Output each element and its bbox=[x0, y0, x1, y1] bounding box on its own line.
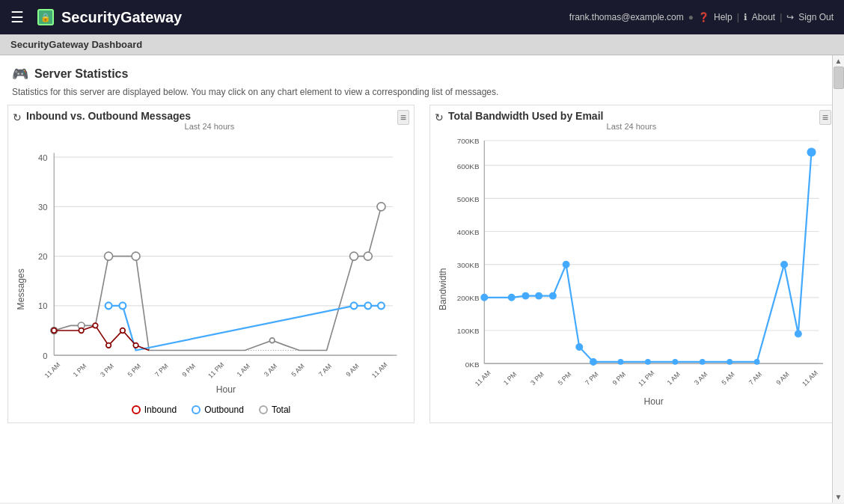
svg-text:Hour: Hour bbox=[216, 384, 236, 395]
chart2-svg: Bandwidth 0KB 100KB 200KB 300KB 400KB 5 bbox=[435, 132, 831, 413]
svg-text:11 PM: 11 PM bbox=[637, 369, 655, 388]
hamburger-icon[interactable]: ☰ bbox=[10, 8, 24, 26]
scroll-down-arrow[interactable]: ▼ bbox=[833, 491, 844, 503]
svg-point-91 bbox=[727, 360, 733, 365]
about-link[interactable]: About bbox=[752, 12, 775, 22]
svg-point-88 bbox=[646, 360, 651, 365]
help-icon: ❓ bbox=[698, 12, 709, 22]
outbound-label: Outbound bbox=[204, 405, 244, 415]
svg-point-29 bbox=[105, 252, 113, 260]
help-link[interactable]: Help bbox=[714, 12, 733, 22]
svg-point-43 bbox=[106, 343, 111, 348]
svg-text:200KB: 200KB bbox=[457, 294, 480, 302]
svg-text:11 AM: 11 AM bbox=[370, 361, 389, 380]
svg-text:1 AM: 1 AM bbox=[666, 370, 682, 386]
about-icon: ℹ bbox=[744, 12, 747, 22]
svg-text:1 PM: 1 PM bbox=[72, 362, 88, 378]
chart2-menu-icon[interactable]: ≡ bbox=[819, 110, 831, 125]
scrollbar-thumb[interactable] bbox=[834, 67, 844, 89]
svg-text:5 AM: 5 AM bbox=[720, 370, 736, 386]
svg-point-36 bbox=[119, 302, 126, 309]
chart1-wrap[interactable]: Messages 0 10 20 30 40 bbox=[13, 132, 409, 399]
svg-text:9 AM: 9 AM bbox=[774, 370, 790, 386]
svg-text:11 AM: 11 AM bbox=[474, 369, 492, 388]
total-label: Total bbox=[272, 405, 290, 415]
svg-text:7 AM: 7 AM bbox=[747, 370, 763, 386]
inbound-label: Inbound bbox=[144, 405, 177, 415]
svg-point-37 bbox=[351, 302, 358, 309]
svg-point-38 bbox=[364, 302, 371, 309]
logo-gateway: Gateway bbox=[120, 9, 182, 25]
svg-point-45 bbox=[133, 343, 138, 348]
svg-point-39 bbox=[378, 302, 385, 309]
chart1-title-text: Inbound vs. Outbound Messages Last 24 ho… bbox=[26, 110, 393, 131]
svg-point-79 bbox=[481, 294, 488, 301]
stats-icon: 🎮 bbox=[12, 66, 28, 82]
svg-text:9 PM: 9 PM bbox=[611, 370, 627, 387]
svg-text:400KB: 400KB bbox=[457, 228, 480, 236]
logo-security: Security bbox=[61, 9, 120, 25]
signout-link[interactable]: Sign Out bbox=[798, 12, 834, 22]
svg-point-44 bbox=[120, 328, 126, 334]
svg-text:9 PM: 9 PM bbox=[180, 362, 197, 378]
signout-icon: ↪ bbox=[786, 12, 794, 22]
chart2-title: Total Bandwidth Used by Email bbox=[448, 110, 815, 122]
header-right: frank.thomas@example.com ● ❓ Help | ℹ Ab… bbox=[569, 12, 834, 22]
charts-area: ↻ Inbound vs. Outbound Messages Last 24 … bbox=[0, 105, 844, 431]
svg-text:30: 30 bbox=[38, 203, 47, 212]
legend-inbound: Inbound bbox=[132, 405, 177, 415]
chart1-svg: Messages 0 10 20 30 40 bbox=[13, 132, 409, 396]
legend-outbound: Outbound bbox=[192, 405, 244, 415]
svg-text:11 PM: 11 PM bbox=[207, 361, 225, 380]
total-legend-circle bbox=[259, 405, 268, 414]
chart1-container: ↻ Inbound vs. Outbound Messages Last 24 … bbox=[7, 105, 415, 423]
svg-text:7 AM: 7 AM bbox=[317, 362, 333, 378]
svg-text:1 AM: 1 AM bbox=[235, 362, 251, 378]
svg-text:11 AM: 11 AM bbox=[43, 361, 62, 380]
svg-text:3 AM: 3 AM bbox=[263, 362, 278, 378]
svg-text:Bandwidth: Bandwidth bbox=[438, 268, 448, 310]
svg-point-93 bbox=[781, 261, 788, 268]
chart2-title-row: ↻ Total Bandwidth Used by Email Last 24 … bbox=[435, 110, 831, 131]
svg-text:700KB: 700KB bbox=[457, 137, 480, 145]
svg-text:1 PM: 1 PM bbox=[502, 370, 519, 387]
chart1-refresh-icon[interactable]: ↻ bbox=[13, 111, 22, 123]
svg-point-86 bbox=[590, 359, 597, 366]
breadcrumb: SecurityGateway Dashboard bbox=[0, 34, 844, 55]
chart1-subtitle: Last 24 hours bbox=[26, 122, 393, 131]
svg-text:0KB: 0KB bbox=[465, 360, 480, 369]
chart1-title: Inbound vs. Outbound Messages bbox=[26, 110, 393, 122]
svg-text:100KB: 100KB bbox=[457, 327, 480, 335]
svg-text:600KB: 600KB bbox=[457, 162, 480, 170]
svg-point-89 bbox=[673, 360, 678, 365]
svg-text:20: 20 bbox=[38, 252, 47, 261]
scrollbar[interactable]: ▲ ▼ bbox=[832, 55, 844, 503]
section-title: Server Statistics bbox=[34, 67, 128, 81]
chart2-wrap[interactable]: Bandwidth 0KB 100KB 200KB 300KB 400KB 5 bbox=[435, 132, 831, 415]
svg-point-31 bbox=[269, 338, 275, 343]
svg-point-30 bbox=[132, 252, 140, 260]
chart1-menu-icon[interactable]: ≡ bbox=[397, 110, 409, 125]
logo-icon: 🔒 bbox=[37, 9, 54, 25]
svg-point-42 bbox=[93, 323, 98, 328]
scroll-up-arrow[interactable]: ▲ bbox=[833, 55, 844, 67]
chart2-subtitle: Last 24 hours bbox=[448, 122, 815, 131]
svg-text:7 PM: 7 PM bbox=[584, 370, 600, 387]
svg-text:3 PM: 3 PM bbox=[529, 370, 545, 387]
svg-text:5 PM: 5 PM bbox=[126, 362, 143, 378]
svg-point-32 bbox=[349, 252, 358, 260]
svg-text:40: 40 bbox=[38, 153, 47, 162]
chart1-legend: Inbound Outbound Total bbox=[13, 399, 409, 418]
svg-point-41 bbox=[79, 328, 84, 334]
user-email: frank.thomas@example.com bbox=[569, 12, 684, 22]
svg-text:5 AM: 5 AM bbox=[290, 362, 305, 378]
chart1-title-row: ↻ Inbound vs. Outbound Messages Last 24 … bbox=[13, 110, 409, 131]
chart2-refresh-icon[interactable]: ↻ bbox=[435, 111, 444, 123]
section-desc: Statistics for this server are displayed… bbox=[0, 85, 844, 105]
legend-total: Total bbox=[259, 405, 290, 415]
header: ☰ 🔒 SecurityGateway frank.thomas@example… bbox=[0, 0, 844, 34]
svg-point-83 bbox=[549, 292, 556, 299]
svg-point-90 bbox=[700, 360, 705, 365]
svg-text:300KB: 300KB bbox=[457, 261, 480, 269]
svg-point-84 bbox=[563, 261, 569, 268]
